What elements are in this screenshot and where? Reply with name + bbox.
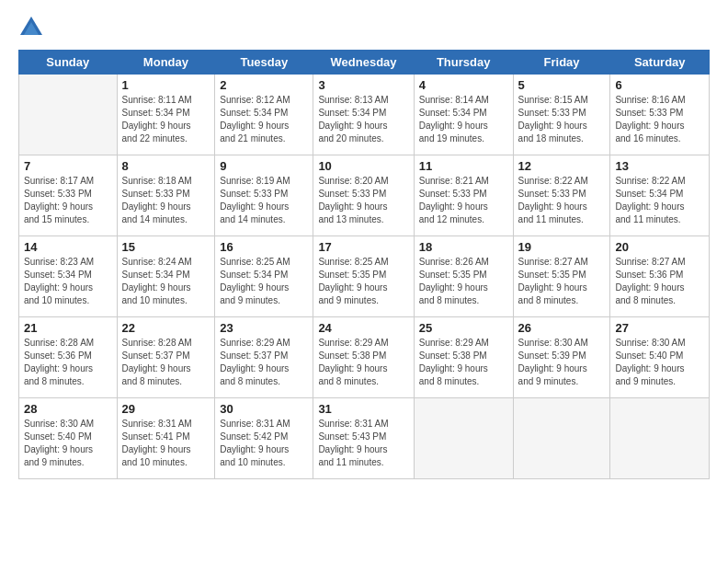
day-number: 26: [518, 321, 606, 335]
day-number: 2: [220, 78, 308, 92]
calendar-cell: 19Sunrise: 8:27 AM Sunset: 5:35 PM Dayli…: [513, 236, 610, 317]
day-info: Sunrise: 8:26 AM Sunset: 5:35 PM Dayligh…: [419, 256, 508, 307]
calendar-cell: 11Sunrise: 8:21 AM Sunset: 5:33 PM Dayli…: [414, 155, 513, 236]
day-number: 23: [220, 321, 308, 335]
calendar-cell: 21Sunrise: 8:28 AM Sunset: 5:36 PM Dayli…: [19, 317, 118, 398]
day-number: 9: [220, 159, 308, 173]
day-number: 20: [615, 240, 704, 254]
day-info: Sunrise: 8:31 AM Sunset: 5:43 PM Dayligh…: [318, 418, 408, 469]
day-info: Sunrise: 8:25 AM Sunset: 5:35 PM Dayligh…: [318, 256, 408, 307]
calendar-cell: 2Sunrise: 8:12 AM Sunset: 5:34 PM Daylig…: [215, 75, 313, 155]
day-number: 14: [24, 240, 112, 254]
day-info: Sunrise: 8:31 AM Sunset: 5:41 PM Dayligh…: [122, 418, 210, 469]
calendar-cell: 12Sunrise: 8:22 AM Sunset: 5:33 PM Dayli…: [513, 155, 610, 236]
calendar-cell: 24Sunrise: 8:29 AM Sunset: 5:38 PM Dayli…: [313, 317, 414, 398]
day-number: 18: [419, 240, 508, 254]
calendar-cell: 4Sunrise: 8:14 AM Sunset: 5:34 PM Daylig…: [414, 75, 513, 155]
day-info: Sunrise: 8:25 AM Sunset: 5:34 PM Dayligh…: [220, 256, 308, 307]
day-info: Sunrise: 8:20 AM Sunset: 5:33 PM Dayligh…: [318, 175, 408, 226]
day-number: 28: [24, 402, 112, 416]
day-number: 31: [318, 402, 408, 416]
calendar-cell: 27Sunrise: 8:30 AM Sunset: 5:40 PM Dayli…: [610, 317, 710, 398]
day-number: 27: [615, 321, 704, 335]
calendar-cell: 29Sunrise: 8:31 AM Sunset: 5:41 PM Dayli…: [117, 398, 215, 479]
day-info: Sunrise: 8:29 AM Sunset: 5:38 PM Dayligh…: [419, 337, 508, 388]
calendar-table: SundayMondayTuesdayWednesdayThursdayFrid…: [18, 50, 710, 479]
calendar-cell: 18Sunrise: 8:26 AM Sunset: 5:35 PM Dayli…: [414, 236, 513, 317]
day-number: 3: [318, 78, 408, 92]
calendar-cell: 20Sunrise: 8:27 AM Sunset: 5:36 PM Dayli…: [610, 236, 710, 317]
day-number: 21: [24, 321, 112, 335]
day-number: 22: [122, 321, 210, 335]
calendar-cell: 17Sunrise: 8:25 AM Sunset: 5:35 PM Dayli…: [313, 236, 414, 317]
day-number: 10: [318, 159, 408, 173]
day-number: 16: [220, 240, 308, 254]
day-info: Sunrise: 8:14 AM Sunset: 5:34 PM Dayligh…: [419, 94, 508, 145]
day-number: 7: [24, 159, 112, 173]
day-number: 19: [518, 240, 606, 254]
day-info: Sunrise: 8:31 AM Sunset: 5:42 PM Dayligh…: [220, 418, 308, 469]
calendar-cell: 10Sunrise: 8:20 AM Sunset: 5:33 PM Dayli…: [313, 155, 414, 236]
calendar-cell: 30Sunrise: 8:31 AM Sunset: 5:42 PM Dayli…: [215, 398, 313, 479]
calendar-cell: 7Sunrise: 8:17 AM Sunset: 5:33 PM Daylig…: [19, 155, 118, 236]
day-info: Sunrise: 8:28 AM Sunset: 5:36 PM Dayligh…: [24, 337, 112, 388]
day-info: Sunrise: 8:15 AM Sunset: 5:33 PM Dayligh…: [518, 94, 606, 145]
day-number: 12: [518, 159, 606, 173]
calendar-body: 1Sunrise: 8:11 AM Sunset: 5:34 PM Daylig…: [19, 75, 710, 479]
day-info: Sunrise: 8:22 AM Sunset: 5:34 PM Dayligh…: [615, 175, 704, 226]
calendar-cell: [19, 75, 118, 155]
day-info: Sunrise: 8:16 AM Sunset: 5:33 PM Dayligh…: [615, 94, 704, 145]
calendar-cell: [610, 398, 710, 479]
day-number: 30: [220, 402, 308, 416]
day-number: 29: [122, 402, 210, 416]
calendar-cell: 25Sunrise: 8:29 AM Sunset: 5:38 PM Dayli…: [414, 317, 513, 398]
logo: [18, 15, 48, 40]
day-info: Sunrise: 8:11 AM Sunset: 5:34 PM Dayligh…: [122, 94, 210, 145]
calendar-week-row: 28Sunrise: 8:30 AM Sunset: 5:40 PM Dayli…: [19, 398, 710, 479]
weekday-header: Wednesday: [313, 51, 414, 75]
day-number: 5: [518, 78, 606, 92]
weekday-row: SundayMondayTuesdayWednesdayThursdayFrid…: [19, 51, 710, 75]
calendar-cell: [513, 398, 610, 479]
day-info: Sunrise: 8:30 AM Sunset: 5:40 PM Dayligh…: [615, 337, 704, 388]
day-info: Sunrise: 8:12 AM Sunset: 5:34 PM Dayligh…: [220, 94, 308, 145]
weekday-header: Sunday: [19, 51, 118, 75]
calendar-cell: 16Sunrise: 8:25 AM Sunset: 5:34 PM Dayli…: [215, 236, 313, 317]
calendar-week-row: 21Sunrise: 8:28 AM Sunset: 5:36 PM Dayli…: [19, 317, 710, 398]
calendar-cell: 5Sunrise: 8:15 AM Sunset: 5:33 PM Daylig…: [513, 75, 610, 155]
calendar-cell: 1Sunrise: 8:11 AM Sunset: 5:34 PM Daylig…: [117, 75, 215, 155]
day-number: 1: [122, 78, 210, 92]
calendar-header: SundayMondayTuesdayWednesdayThursdayFrid…: [19, 51, 710, 75]
day-number: 24: [318, 321, 408, 335]
calendar-cell: 13Sunrise: 8:22 AM Sunset: 5:34 PM Dayli…: [610, 155, 710, 236]
day-number: 15: [122, 240, 210, 254]
day-number: 4: [419, 78, 508, 92]
day-info: Sunrise: 8:27 AM Sunset: 5:35 PM Dayligh…: [518, 256, 606, 307]
header: [18, 15, 710, 40]
page: SundayMondayTuesdayWednesdayThursdayFrid…: [0, 0, 728, 563]
day-number: 25: [419, 321, 508, 335]
day-number: 8: [122, 159, 210, 173]
calendar-cell: 6Sunrise: 8:16 AM Sunset: 5:33 PM Daylig…: [610, 75, 710, 155]
weekday-header: Saturday: [610, 51, 710, 75]
weekday-header: Tuesday: [215, 51, 313, 75]
day-info: Sunrise: 8:28 AM Sunset: 5:37 PM Dayligh…: [122, 337, 210, 388]
calendar-week-row: 14Sunrise: 8:23 AM Sunset: 5:34 PM Dayli…: [19, 236, 710, 317]
day-info: Sunrise: 8:27 AM Sunset: 5:36 PM Dayligh…: [615, 256, 704, 307]
calendar-week-row: 7Sunrise: 8:17 AM Sunset: 5:33 PM Daylig…: [19, 155, 710, 236]
calendar-cell: 15Sunrise: 8:24 AM Sunset: 5:34 PM Dayli…: [117, 236, 215, 317]
day-number: 11: [419, 159, 508, 173]
day-info: Sunrise: 8:22 AM Sunset: 5:33 PM Dayligh…: [518, 175, 606, 226]
day-info: Sunrise: 8:30 AM Sunset: 5:40 PM Dayligh…: [24, 418, 112, 469]
logo-icon: [18, 15, 44, 40]
day-info: Sunrise: 8:17 AM Sunset: 5:33 PM Dayligh…: [24, 175, 112, 226]
day-info: Sunrise: 8:24 AM Sunset: 5:34 PM Dayligh…: [122, 256, 210, 307]
calendar-cell: [414, 398, 513, 479]
day-info: Sunrise: 8:23 AM Sunset: 5:34 PM Dayligh…: [24, 256, 112, 307]
weekday-header: Monday: [117, 51, 215, 75]
day-info: Sunrise: 8:18 AM Sunset: 5:33 PM Dayligh…: [122, 175, 210, 226]
calendar-cell: 28Sunrise: 8:30 AM Sunset: 5:40 PM Dayli…: [19, 398, 118, 479]
day-number: 17: [318, 240, 408, 254]
day-info: Sunrise: 8:21 AM Sunset: 5:33 PM Dayligh…: [419, 175, 508, 226]
calendar-cell: 3Sunrise: 8:13 AM Sunset: 5:34 PM Daylig…: [313, 75, 414, 155]
